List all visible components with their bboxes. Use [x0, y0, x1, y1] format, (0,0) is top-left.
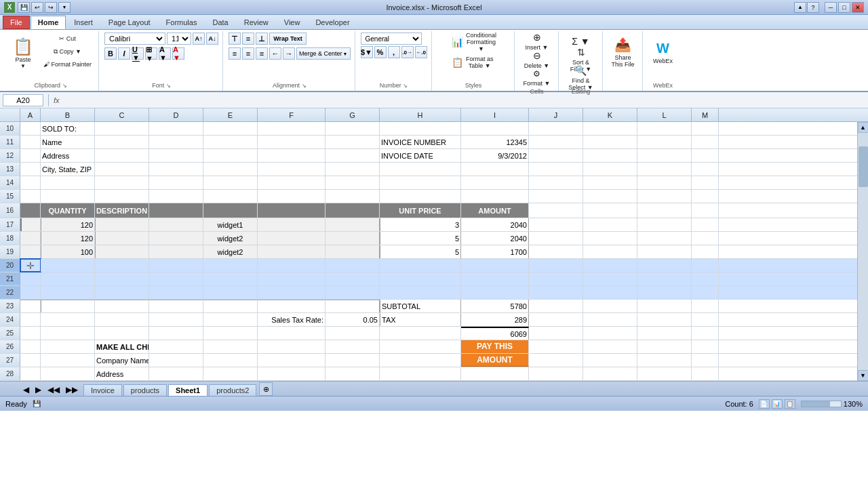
- conditional-formatting-button[interactable]: 📊ConditionalFormatting ▼: [450, 33, 497, 52]
- sheet-tab-invoice[interactable]: Invoice: [83, 384, 122, 396]
- cell-f28[interactable]: [258, 367, 326, 380]
- page-break-view-btn[interactable]: 📋: [785, 399, 795, 409]
- cell-l19[interactable]: [637, 245, 692, 258]
- cell-k10[interactable]: [583, 122, 637, 135]
- first-sheet-btn[interactable]: ◀◀: [45, 384, 62, 396]
- cell-a27[interactable]: [20, 354, 41, 367]
- cell-d28[interactable]: [149, 367, 203, 380]
- row-num-21[interactable]: 21: [0, 272, 20, 285]
- cell-b18[interactable]: 120: [41, 232, 95, 245]
- format-painter-button[interactable]: 🖌 Format Painter: [41, 58, 94, 70]
- cell-j13[interactable]: [529, 163, 583, 176]
- cell-i15[interactable]: [461, 190, 529, 203]
- cell-l21[interactable]: [637, 272, 692, 285]
- cell-i16[interactable]: AMOUNT: [461, 203, 529, 218]
- cell-l18[interactable]: [637, 232, 692, 245]
- delete-cells-button[interactable]: ⊖ Delete ▼: [520, 51, 554, 68]
- cell-g14[interactable]: [326, 176, 380, 189]
- cell-b27[interactable]: [41, 354, 95, 367]
- cell-j22[interactable]: [529, 286, 583, 299]
- cell-b21[interactable]: [41, 272, 95, 285]
- prev-sheet-btn[interactable]: ◀: [20, 384, 32, 396]
- cell-f22[interactable]: [258, 286, 326, 299]
- cell-i17[interactable]: 2040: [461, 218, 529, 231]
- cell-i25[interactable]: 6069: [461, 327, 529, 340]
- cell-l17[interactable]: [637, 218, 692, 231]
- cell-k26[interactable]: [583, 340, 637, 353]
- cell-m27[interactable]: [692, 354, 719, 367]
- webex-button[interactable]: W WebEx: [648, 33, 678, 72]
- cell-l22[interactable]: [637, 286, 692, 299]
- cell-e15[interactable]: [203, 190, 258, 203]
- cell-g12[interactable]: [326, 149, 380, 162]
- cell-m19[interactable]: [692, 245, 719, 258]
- cell-i18[interactable]: 2040: [461, 232, 529, 245]
- col-header-d[interactable]: D: [149, 108, 203, 121]
- text-wrap-btn[interactable]: Wrap Text: [269, 33, 307, 45]
- cell-f14[interactable]: [258, 176, 326, 189]
- col-header-l[interactable]: L: [637, 108, 692, 121]
- cell-g24[interactable]: 0.05: [326, 313, 380, 326]
- cell-i10[interactable]: [461, 122, 529, 135]
- cell-j15[interactable]: [529, 190, 583, 203]
- cell-h14[interactable]: [380, 176, 461, 189]
- cell-j23[interactable]: [529, 300, 583, 312]
- cell-a24[interactable]: [20, 313, 41, 326]
- indent-dec-btn[interactable]: ←: [269, 47, 281, 60]
- cell-g21[interactable]: [326, 272, 380, 285]
- cell-e10[interactable]: [203, 122, 258, 135]
- cell-h23[interactable]: SUBTOTAL: [380, 300, 461, 312]
- cell-j26[interactable]: [529, 340, 583, 353]
- row-num-26[interactable]: 26: [0, 340, 20, 353]
- cell-b25[interactable]: [41, 327, 95, 340]
- cell-k15[interactable]: [583, 190, 637, 203]
- col-header-j[interactable]: J: [529, 108, 583, 121]
- cell-l15[interactable]: [637, 190, 692, 203]
- find-select-button[interactable]: 🔍 Find &Select ▼: [564, 69, 598, 87]
- cell-m24[interactable]: [692, 313, 719, 326]
- merge-center-btn[interactable]: Merge & Center ▼: [296, 47, 350, 60]
- cell-b22[interactable]: [41, 286, 95, 299]
- cell-h22[interactable]: [380, 286, 461, 299]
- comma-btn[interactable]: ,: [388, 46, 400, 58]
- dec-dec-btn[interactable]: ←.0: [415, 46, 427, 58]
- cell-d25[interactable]: [149, 327, 203, 340]
- cell-e16[interactable]: [203, 203, 258, 218]
- cell-h19[interactable]: 5: [380, 245, 461, 258]
- cell-m15[interactable]: [692, 190, 719, 203]
- cell-j17[interactable]: [529, 218, 583, 231]
- minimize-btn[interactable]: ─: [825, 2, 837, 13]
- tab-insert[interactable]: Insert: [66, 16, 100, 29]
- cell-k23[interactable]: [583, 300, 637, 312]
- cell-e14[interactable]: [203, 176, 258, 189]
- row-num-17[interactable]: 17: [0, 218, 20, 231]
- paste-button[interactable]: 📋 Paste ▼: [7, 33, 39, 73]
- cell-c11[interactable]: [95, 136, 149, 148]
- cell-e22[interactable]: [203, 286, 258, 299]
- cell-k11[interactable]: [583, 136, 637, 148]
- cell-h26[interactable]: [380, 340, 461, 353]
- cell-a10[interactable]: [20, 122, 41, 135]
- tab-review[interactable]: Review: [237, 16, 276, 29]
- insert-cells-button[interactable]: ⊕ Insert ▼: [520, 33, 554, 50]
- cell-g15[interactable]: [326, 190, 380, 203]
- cell-b23[interactable]: [41, 300, 95, 312]
- cell-l16[interactable]: [637, 203, 692, 218]
- scroll-thumb[interactable]: [859, 146, 868, 187]
- cell-i13[interactable]: [461, 163, 529, 176]
- cell-l14[interactable]: [637, 176, 692, 189]
- cell-b26[interactable]: [41, 340, 95, 353]
- row-num-11[interactable]: 11: [0, 136, 20, 148]
- bold-button[interactable]: B: [104, 47, 117, 60]
- last-sheet-btn[interactable]: ▶▶: [63, 384, 81, 396]
- row-num-18[interactable]: 18: [0, 232, 20, 245]
- cell-j18[interactable]: [529, 232, 583, 245]
- cell-b28[interactable]: [41, 367, 95, 380]
- format-cells-button[interactable]: ⚙ Format ▼: [520, 69, 554, 87]
- cell-i24[interactable]: 289: [461, 313, 529, 326]
- cell-h28[interactable]: [380, 367, 461, 380]
- cell-l27[interactable]: [637, 354, 692, 367]
- customize-btn[interactable]: ▼: [58, 2, 71, 13]
- cell-d19[interactable]: [149, 245, 203, 258]
- cell-f19[interactable]: [258, 245, 326, 258]
